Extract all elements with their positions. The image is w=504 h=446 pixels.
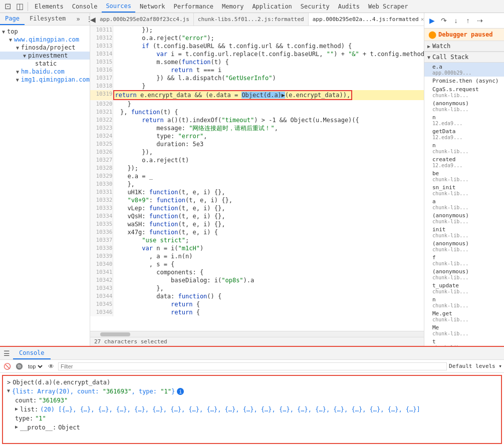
debugger-controls: ▶ ↷ ↓ ↑ ⇢ [424, 13, 504, 29]
expand-arrow-proto[interactable]: ▶ [15, 424, 18, 429]
nav-performance[interactable]: Performance [170, 1, 217, 13]
prop-value: "1" [35, 415, 46, 422]
code-area[interactable]: 10311 }); 10312 o.a.reject("error"); 103… [90, 26, 424, 331]
tree-item-img1[interactable]: ▼ img1.qimingpian.com [0, 76, 90, 84]
file-tab-3[interactable]: app.000b295e02a...4.js:formatted ✕ [309, 13, 424, 26]
tree-item-baidu[interactable]: ▼ hm.baidu.com [0, 68, 90, 76]
back-btn[interactable]: ◀ [90, 14, 96, 25]
call-stack-item-18[interactable]: Me.get chunk-lib... [424, 309, 504, 323]
code-line-10320: 10320 } [90, 100, 424, 108]
call-stack-item-12[interactable]: init chunk-lib... [424, 225, 504, 239]
code-line-10326: 10326 }), [90, 148, 424, 156]
tab-page[interactable]: Page [0, 13, 25, 25]
file-tab-2[interactable]: chunk-libs.5f01...2.js:formatted [194, 13, 309, 26]
left-panel-more[interactable]: » [73, 14, 84, 25]
call-stack-section-header[interactable]: ▼ Call Stack [424, 52, 504, 63]
call-stack-item-0[interactable]: e.a app.000b29... [424, 63, 504, 77]
panel-icon[interactable]: ⊡ [2, 1, 13, 12]
console-filter-toggle[interactable]: 🔘 [14, 361, 24, 371]
nav-memory[interactable]: Memory [218, 1, 247, 13]
nav-elements[interactable]: Elements [31, 1, 68, 13]
call-stack-item-4[interactable]: n 12.eda9... [424, 113, 504, 127]
call-stack-item-6[interactable]: n chunk-lib... [424, 141, 504, 155]
call-stack-item-10[interactable]: a chunk-lib... [424, 197, 504, 211]
call-stack-item-17[interactable]: n chunk-lib... [424, 295, 504, 309]
call-stack-file: chunk-lib... [432, 205, 500, 210]
nav-webscraper[interactable]: Web Scraper [364, 1, 412, 13]
call-stack-item-16[interactable]: t_update chunk-lib... [424, 281, 504, 295]
code-line-10319: 10319 return e.encrypt_data && (e.data =… [90, 90, 424, 100]
call-stack-item-8[interactable]: be chunk-lib... [424, 169, 504, 183]
call-stack-item-13[interactable]: (anonymous) chunk-lib... [424, 239, 504, 253]
nav-security[interactable]: Security [297, 1, 334, 13]
code-line-10345: 10345 return { [90, 300, 424, 308]
left-panel-menu[interactable]: ⋮ [84, 14, 90, 25]
watch-section-header[interactable]: ▶ Watch [424, 41, 504, 52]
call-stack-item-19[interactable]: Me chunk-lib... [424, 323, 504, 337]
code-line-10322: 10322 return a()(t).indexOf("timeout") >… [90, 116, 424, 124]
console-output[interactable]: > Object(d.a)(e.encrypt_data) ▼ {list: A… [2, 375, 502, 444]
console-tabs: ☰ Console [0, 347, 504, 360]
call-stack-item-3[interactable]: (anonymous) chunk-lib... [424, 99, 504, 113]
call-stack-item-14[interactable]: f chunk-lib... [424, 253, 504, 267]
console-levels-btn[interactable]: Default levels ▾ [449, 363, 502, 369]
code-scrollbar[interactable] [90, 331, 424, 337]
file-tabs: ◀ app.000b295e02af80f23cc4.js chunk-libs… [90, 13, 424, 26]
tree-item-pinvestment[interactable]: ▼ pinvestment [0, 52, 90, 60]
tab-console[interactable]: Console [13, 347, 51, 359]
tab-filesystem[interactable]: Filesystem [25, 13, 71, 25]
code-scrollbar-thumb[interactable] [100, 332, 130, 336]
expand-arrow-list[interactable]: ▶ [15, 406, 18, 411]
console-eye-btn[interactable]: 👁 [46, 361, 56, 371]
step-btn[interactable]: ⇢ [474, 15, 485, 26]
call-stack-item-9[interactable]: sn_init chunk-lib... [424, 183, 504, 197]
nav-console[interactable]: Console [68, 1, 102, 13]
expand-arrow[interactable]: ▼ [7, 388, 10, 393]
step-into-btn[interactable]: ↓ [450, 15, 461, 26]
tree-label: www.qimingpian.com [14, 36, 79, 43]
file-tab-label: app.000b295e02af80f23cc4.js [100, 16, 189, 23]
line-num: 10339 [90, 252, 113, 260]
line-num: 10312 [90, 34, 113, 42]
step-over-btn[interactable]: ↷ [438, 15, 449, 26]
panel-icon2[interactable]: ◫ [14, 1, 25, 12]
step-out-btn[interactable]: ↑ [462, 15, 473, 26]
call-stack-file: chunk-lib... [432, 191, 500, 196]
code-line-10323: 10323 message: "网络连接超时，请稍后重试！", [90, 124, 424, 132]
tree-item-qimingpian[interactable]: ▼ www.qimingpian.com [0, 36, 90, 44]
call-stack-file: chunk-lib... [432, 107, 500, 112]
console-clear-btn[interactable]: 🚫 [2, 361, 12, 371]
line-num: 10327 [90, 156, 113, 164]
code-line-10334: 10334 vQsH: function(t, e, i) {}, [90, 212, 424, 220]
nav-audits[interactable]: Audits [334, 1, 364, 13]
call-stack-item-1[interactable]: Promise.then (async) [424, 77, 504, 85]
call-stack-item-20[interactable]: t chunk-lib... [424, 337, 504, 346]
info-badge: i [177, 388, 184, 395]
call-stack-fn: Me [432, 324, 500, 331]
code-line-10344: 10344 data: function() { [90, 292, 424, 300]
code-line-10316: 10316 return t === i [90, 66, 424, 74]
call-stack-item-7[interactable]: created 12.eda9... [424, 155, 504, 169]
console-panel-icon[interactable]: ☰ [1, 348, 12, 359]
tree-arrow: ▼ [0, 29, 7, 35]
nav-network[interactable]: Network [136, 1, 169, 13]
tree-arrow: ▼ [14, 45, 21, 51]
file-tab-1[interactable]: app.000b295e02af80f23cc4.js [96, 13, 194, 26]
call-stack-fn: t [432, 338, 500, 345]
tree-label: top [7, 28, 18, 35]
line-content: baseDialog: i("op8s").a [113, 276, 424, 284]
nav-sources[interactable]: Sources [102, 1, 135, 13]
console-input-line: > Object(d.a)(e.encrypt_data) [7, 378, 497, 387]
resume-btn[interactable]: ▶ [426, 15, 437, 26]
call-stack-item-2[interactable]: CgaS.s.request chunk-lib... [424, 85, 504, 99]
nav-application[interactable]: Application [248, 1, 296, 13]
tree-item-top[interactable]: ▼ top [0, 28, 90, 36]
code-line-10340: 10340 , s = { [90, 260, 424, 268]
call-stack-item-5[interactable]: getData 12.eda9... [424, 127, 504, 141]
console-context-select[interactable]: top [26, 363, 44, 370]
call-stack-item-11[interactable]: (anonymous) chunk-lib... [424, 211, 504, 225]
console-filter-input[interactable] [58, 362, 447, 370]
tree-item-static[interactable]: static [0, 60, 90, 68]
call-stack-item-15[interactable]: (anonymous) chunk-lib... [424, 267, 504, 281]
tree-item-finosda[interactable]: ▼ finosda/project [0, 44, 90, 52]
